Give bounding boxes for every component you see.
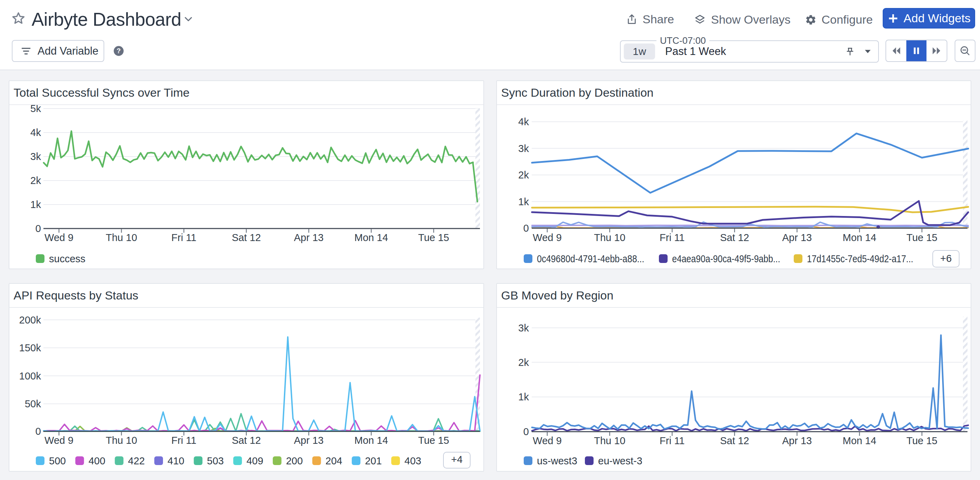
svg-text:eu-west-3: eu-west-3	[598, 455, 642, 466]
svg-text:Wed 9: Wed 9	[45, 435, 73, 446]
svg-text:Sat 12: Sat 12	[232, 435, 261, 446]
svg-text:0: 0	[35, 223, 41, 234]
svg-text:3k: 3k	[518, 322, 529, 333]
svg-text:204: 204	[326, 455, 342, 466]
svg-text:17d1455c-7ed5-49d2-a17...: 17d1455c-7ed5-49d2-a17...	[807, 253, 913, 264]
svg-text:Thu 10: Thu 10	[106, 232, 137, 243]
svg-text:503: 503	[207, 455, 224, 466]
svg-text:Apr 13: Apr 13	[294, 435, 323, 446]
svg-text:+4: +4	[451, 454, 463, 465]
svg-text:Thu 10: Thu 10	[594, 232, 625, 243]
svg-text:200k: 200k	[19, 314, 41, 325]
svg-text:0: 0	[523, 426, 529, 437]
svg-text:Tue 15: Tue 15	[418, 232, 449, 243]
svg-text:Apr 13: Apr 13	[294, 232, 323, 243]
svg-text:100k: 100k	[19, 370, 41, 381]
svg-text:Tue 15: Tue 15	[906, 232, 937, 243]
svg-text:3k: 3k	[30, 151, 41, 162]
svg-text:5k: 5k	[30, 105, 41, 114]
svg-text:Fri 11: Fri 11	[171, 435, 196, 446]
svg-text:200: 200	[286, 455, 303, 466]
svg-text:400: 400	[89, 455, 105, 466]
svg-text:Tue 15: Tue 15	[906, 435, 937, 446]
svg-text:us-west3: us-west3	[537, 455, 577, 466]
svg-text:Apr 13: Apr 13	[782, 435, 812, 446]
svg-text:410: 410	[167, 455, 184, 466]
svg-text:Wed 9: Wed 9	[533, 232, 562, 243]
svg-text:Apr 13: Apr 13	[782, 232, 812, 243]
svg-text:2k: 2k	[518, 357, 529, 368]
svg-text:Sat 12: Sat 12	[720, 435, 749, 446]
svg-text:0c49680d-4791-4ebb-a88...: 0c49680d-4791-4ebb-a88...	[537, 253, 644, 264]
svg-text:1k: 1k	[30, 199, 41, 210]
svg-text:201: 201	[365, 455, 382, 466]
svg-text:e4aea90a-90ca-49f5-9abb...: e4aea90a-90ca-49f5-9abb...	[672, 253, 780, 264]
svg-text:Sat 12: Sat 12	[232, 232, 261, 243]
svg-text:2k: 2k	[30, 175, 41, 186]
svg-text:1k: 1k	[518, 196, 529, 207]
svg-text:Tue 15: Tue 15	[418, 435, 449, 446]
svg-text:Mon 14: Mon 14	[843, 435, 877, 446]
svg-text:Thu 10: Thu 10	[594, 435, 625, 446]
svg-text:4k: 4k	[30, 127, 41, 138]
svg-text:1k: 1k	[518, 391, 529, 402]
svg-text:Sat 12: Sat 12	[720, 232, 749, 243]
svg-text:Mon 14: Mon 14	[355, 435, 388, 446]
svg-text:4k: 4k	[518, 116, 529, 127]
svg-text:150k: 150k	[19, 342, 41, 353]
svg-text:+6: +6	[940, 253, 951, 264]
svg-text:Thu 10: Thu 10	[106, 435, 137, 446]
svg-text:Fri 11: Fri 11	[171, 232, 196, 243]
svg-text:500: 500	[49, 455, 66, 466]
svg-text:Fri 11: Fri 11	[660, 435, 685, 446]
svg-text:2k: 2k	[518, 169, 529, 180]
svg-text:Wed 9: Wed 9	[45, 232, 73, 243]
svg-text:Mon 14: Mon 14	[843, 232, 877, 243]
svg-text:422: 422	[128, 455, 145, 466]
svg-text:403: 403	[404, 455, 421, 466]
svg-text:0: 0	[523, 223, 529, 234]
svg-text:?: ?	[117, 47, 121, 54]
svg-text:Fri 11: Fri 11	[660, 232, 685, 243]
svg-text:success: success	[49, 253, 86, 264]
svg-text:50k: 50k	[25, 398, 41, 410]
svg-text:Wed 9: Wed 9	[533, 435, 562, 446]
svg-text:0: 0	[35, 426, 41, 437]
svg-text:3k: 3k	[518, 143, 529, 154]
svg-text:Mon 14: Mon 14	[355, 232, 388, 243]
svg-text:409: 409	[247, 455, 263, 466]
